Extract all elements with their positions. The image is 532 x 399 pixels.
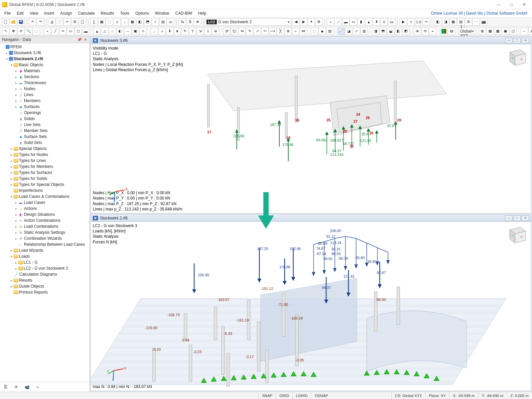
tb-wp4-icon[interactable]: ▣ — [502, 28, 509, 35]
tb-draw-member-icon[interactable]: ━ — [59, 28, 66, 35]
tb-load-node-icon[interactable]: ↓ — [151, 28, 158, 35]
tree-guide[interactable]: Guide Objects — [19, 284, 44, 289]
tb-model-icon[interactable]: ⬚ — [106, 18, 113, 26]
tb-loadcombo-icon[interactable]: ⇆ — [179, 18, 186, 26]
tb-result-on-icon[interactable]: 📈 — [337, 28, 345, 35]
tree-types-solids[interactable]: Types for Solids — [19, 176, 47, 181]
tree-openings[interactable]: Openings — [24, 110, 41, 115]
tb-show-icon[interactable]: 👁 — [194, 18, 201, 26]
tb-addin-icon[interactable]: ⬒ — [144, 18, 151, 26]
nav-tab-data-icon[interactable]: 🗄 — [2, 384, 9, 390]
tb-paste-icon[interactable]: 📋 — [79, 18, 86, 26]
tb-result-panel-icon[interactable]: ▥ — [360, 28, 368, 35]
tb-cut-icon[interactable]: ✂ — [64, 18, 71, 26]
pin-icon[interactable]: 📌 — [77, 37, 82, 42]
tb-display-solids-icon[interactable]: ▮ — [357, 18, 365, 26]
tb-edit-scale-icon[interactable]: ⤢ — [254, 28, 261, 35]
viewport-bottom[interactable]: ▦ Stockwerk 2.rf6 — □ ✕ LC2 - G von Stoc… — [90, 214, 531, 391]
tb-view-trans-icon[interactable]: ▧ — [326, 28, 333, 35]
tree-relationship[interactable]: Relationship Between Load Cases — [24, 242, 85, 247]
menu-calculate[interactable]: Calculate — [75, 10, 98, 16]
tb-print-icon[interactable]: 🖨 — [48, 18, 56, 26]
tb-lc-settings-icon[interactable]: ⚙ — [315, 18, 323, 26]
tb-draw-opening-icon[interactable]: ◻ — [74, 28, 82, 35]
tb-ecc-icon[interactable]: ↔ — [124, 28, 131, 35]
tb-new-icon[interactable] — [2, 18, 9, 26]
nav-tab-display-icon[interactable]: 👁 — [13, 384, 20, 390]
tb-table-icon[interactable]: ▦ — [98, 18, 105, 26]
tree-lcc[interactable]: Load Cases & Combinations — [19, 194, 69, 199]
tb-result-scale-icon[interactable]: ⤢ — [353, 28, 360, 35]
menu-window[interactable]: Window — [152, 10, 172, 16]
tb-draw-line-icon[interactable]: ╱ — [52, 28, 59, 35]
tb-wp-icon[interactable]: ⊞ — [479, 28, 486, 35]
tree-types-members[interactable]: Types for Members — [19, 164, 53, 169]
tb-visref-icon[interactable]: ⟲ — [421, 28, 429, 35]
tb-view-xz-icon[interactable]: ⬓ — [387, 28, 394, 35]
tree-surfacesets[interactable]: Surface Sets — [24, 134, 47, 139]
viewport-top-canvas[interactable]: Visibility mode LC1 - G Static Analysis … — [91, 44, 531, 213]
viewport-top[interactable]: ▦ Stockwerk 3.rf6 — □ ✕ Visibility mode … — [90, 37, 531, 213]
tb-display-loads-icon[interactable]: ⬇ — [373, 18, 380, 26]
tb-load-surface-icon[interactable]: ▼ — [174, 28, 181, 35]
tb-edit-mirror-icon[interactable]: ⇋ — [238, 28, 246, 35]
tree-lc1[interactable]: LC1 - G — [24, 260, 38, 265]
tb-display-surfaces-icon[interactable]: ▭ — [350, 18, 357, 26]
tb-load-line-icon[interactable]: ⇣ — [158, 28, 166, 35]
close-button[interactable]: ✕ — [518, 1, 530, 8]
tree-special[interactable]: Special Objects — [19, 146, 47, 151]
tb-visibility-icon[interactable]: 👁 — [414, 28, 421, 35]
tb-units-icon[interactable]: m — [167, 18, 174, 26]
tb-load-imp-icon[interactable]: ⇲ — [197, 28, 204, 35]
nav-tab-views-icon[interactable]: 📹 — [23, 384, 31, 390]
pane-maximize-icon[interactable]: □ — [513, 38, 521, 43]
tree-lines[interactable]: Lines — [24, 92, 34, 97]
tb-filled-icon[interactable]: ▦ — [450, 18, 457, 26]
tree-solids[interactable]: Solids — [24, 116, 35, 121]
tb-edit-copy-icon[interactable]: ⿻ — [231, 28, 238, 35]
tree-printout[interactable]: Printout Reports — [19, 290, 48, 295]
menu-edit[interactable]: Edit — [14, 10, 27, 16]
tree-results[interactable]: Results — [19, 278, 32, 283]
tb-release-icon[interactable]: ◐ — [116, 28, 124, 35]
nav-cube-icon[interactable]: -Y -X — [505, 224, 528, 245]
tree-nodes[interactable]: Nodes — [24, 86, 36, 91]
status-osnap[interactable]: OSNAP — [311, 392, 331, 399]
tree-types-lines[interactable]: Types for Lines — [19, 158, 46, 163]
tb-wp3-icon[interactable]: ▩ — [494, 28, 501, 35]
tree-calcdiag[interactable]: Calculation Diagrams — [19, 272, 57, 277]
tb-draw-solid-icon[interactable]: ▬ — [82, 28, 89, 35]
tb-display-supports-icon[interactable]: ▲ — [365, 18, 372, 26]
tb-view-yz-icon[interactable]: ◧ — [395, 28, 402, 35]
tb-values2-icon[interactable]: 1.0 — [415, 18, 422, 26]
tree-basic-objects[interactable]: Basic Objects — [19, 63, 43, 67]
tb-support-line-icon[interactable]: △ — [101, 28, 108, 35]
tb-display-members-icon[interactable]: ▬ — [342, 18, 349, 26]
pane-minimize-icon[interactable]: — — [505, 38, 512, 43]
tb-spring-icon[interactable]: ∿ — [139, 28, 147, 35]
tree-types-surfaces[interactable]: Types for Surfaces — [19, 170, 52, 175]
tree-combowizards[interactable]: Combination Wizards — [24, 236, 62, 241]
tb-display-lines-icon[interactable]: ／ — [334, 18, 342, 26]
tb-load-temp-icon[interactable]: T — [189, 28, 196, 35]
tree-thicknesses[interactable]: Thicknesses — [24, 80, 46, 85]
tb-support-node-icon[interactable]: ▲ — [93, 28, 101, 35]
tb-view-persp-icon[interactable]: ◩ — [402, 28, 410, 35]
tb-wp2-icon[interactable]: ▦ — [486, 28, 494, 35]
tb-camera-icon[interactable]: 📷 — [480, 18, 487, 26]
tree-root[interactable]: RFEM — [10, 45, 22, 49]
tb-ani-icon[interactable]: ▶ — [400, 18, 407, 26]
tb-edit-rotate-icon[interactable]: ↻ — [246, 28, 253, 35]
tb-color-icon[interactable] — [440, 28, 448, 35]
tb-visadd-icon[interactable]: + — [429, 28, 436, 35]
status-grid[interactable]: GRID — [276, 392, 292, 399]
tb-edit-join-icon[interactable]: ⋈ — [300, 28, 307, 35]
tree-file-1[interactable]: Stockwerk 3.rf6 — [14, 51, 41, 55]
tb-next-lc-icon[interactable]: ▶ — [300, 18, 307, 26]
status-lgrid[interactable]: LGRID — [292, 392, 311, 399]
coord-system-selector[interactable]: 1 - Global XYZ ▾ — [459, 28, 475, 35]
tb-select-icon[interactable]: ↖ — [2, 28, 9, 35]
navigator-tree[interactable]: ▸RFEM ▸Stockwerk 3.rf6 ▾Stockwerk 2.rf6 … — [0, 43, 89, 382]
tb-zoom-icon[interactable]: 🔍 — [25, 28, 32, 35]
tb-iso-icon[interactable]: ◧ — [434, 18, 442, 26]
